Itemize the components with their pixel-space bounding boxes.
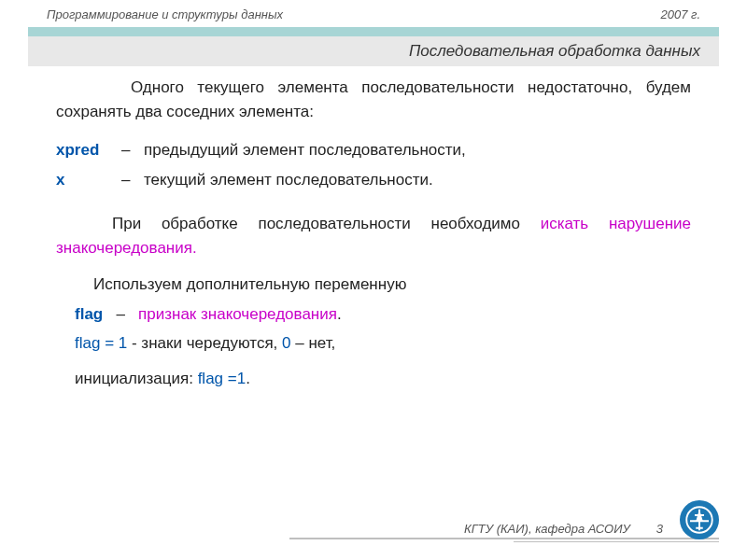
flag-values: flag = 1 - знаки чередуются, 0 – нет, bbox=[75, 331, 691, 356]
definition-xpred: xpred – предыдущий элемент последователь… bbox=[56, 138, 691, 162]
flag-zero: 0 bbox=[282, 334, 290, 352]
definition-x: x – текущий элемент последовательности. bbox=[56, 168, 691, 192]
header-right: 2007 г. bbox=[660, 7, 700, 21]
flag-definition: flag – признак знакочередования. bbox=[75, 302, 691, 327]
dash: – bbox=[116, 305, 124, 323]
flag-name: flag bbox=[75, 305, 103, 323]
plane-icon bbox=[680, 500, 719, 539]
slide-body: Одного текущего элемента последовательно… bbox=[0, 66, 747, 390]
paragraph-processing: При обработке последовательности необход… bbox=[56, 212, 691, 259]
slide-header: Программирование и структуры данных 2007… bbox=[0, 0, 747, 25]
footer-rule bbox=[289, 538, 719, 539]
dash: – bbox=[121, 168, 144, 192]
flag-desc: признак знакочередования bbox=[138, 305, 337, 323]
footer-rule-2 bbox=[514, 541, 719, 542]
flag-init: инициализация: flag =1. bbox=[75, 367, 691, 391]
flag-eq1-text: - знаки чередуются, bbox=[127, 334, 282, 352]
desc-xpred: предыдущий элемент последовательности, bbox=[144, 138, 691, 162]
init-period: . bbox=[246, 370, 250, 387]
page-number: 3 bbox=[656, 522, 663, 536]
period: . bbox=[337, 305, 342, 323]
dash: – bbox=[121, 138, 144, 162]
term-x: x bbox=[56, 168, 121, 192]
section-title: Последовательная обработка данных bbox=[28, 36, 719, 66]
desc-x: текущий элемент последовательности. bbox=[144, 168, 691, 192]
flag-eq1-end: – нет, bbox=[291, 334, 336, 352]
header-left: Программирование и структуры данных bbox=[47, 7, 283, 21]
slide-footer: КГТУ (КАИ), кафедра АСОИУ 3 bbox=[464, 522, 663, 536]
flag-eq1: flag = 1 bbox=[75, 334, 127, 352]
footer-org: КГТУ (КАИ), кафедра АСОИУ bbox=[464, 522, 630, 536]
para2-lead: При обработке последовательности необход… bbox=[112, 215, 541, 232]
init-value: flag =1 bbox=[198, 370, 247, 387]
paragraph-variable: Используем дополнительную переменную bbox=[56, 273, 691, 297]
init-label: инициализация: bbox=[75, 370, 198, 387]
term-xpred: xpred bbox=[56, 138, 121, 162]
paragraph-intro: Одного текущего элемента последовательно… bbox=[56, 76, 691, 123]
